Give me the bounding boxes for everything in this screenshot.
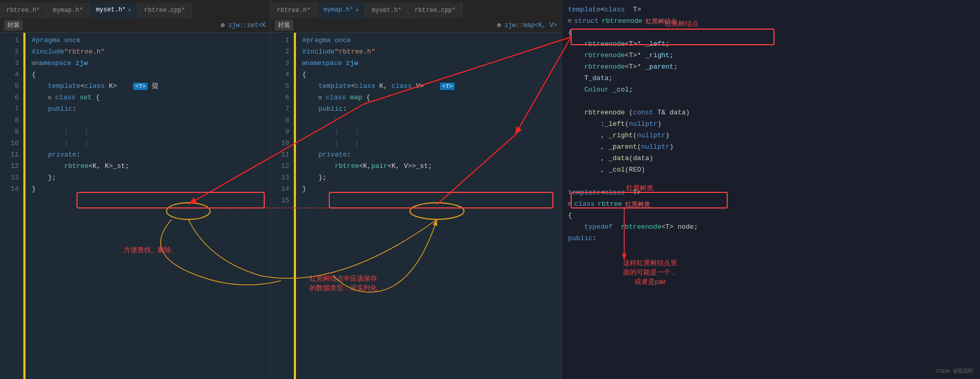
r-line-12: , _right(nullptr)	[568, 130, 974, 141]
left-editor-panel: rbtree.h* mymap.h* myset.h* ✕ rbtree.cpp…	[0, 0, 270, 379]
encap-label-mid: 封装	[275, 20, 293, 31]
mid-code-line-10: | |	[302, 138, 561, 149]
tab-close-mymap[interactable]: ✕	[355, 7, 358, 13]
r-line-6: rbtreenode<T>* _parent;	[568, 61, 974, 73]
code-line-7: public:	[32, 103, 270, 115]
path-mid: ⚙ zjw::map<K, V>	[497, 21, 557, 29]
code-line-1: #pragma once	[32, 35, 270, 46]
mid-code-line-12: rbtree<K,pair<K, V>>_st;	[302, 161, 561, 172]
code-line-13: };	[32, 172, 270, 184]
r-line-8: Colour _col;	[568, 84, 974, 96]
middle-line-numbers: 12345 678910 1112131415	[270, 33, 294, 379]
mid-code-line-5: template<class K, class V> <T>	[302, 81, 561, 92]
r-line-4: rbtreenode<T>* _left;	[568, 38, 974, 50]
tab-mymap-h-left[interactable]: mymap.h*	[47, 3, 90, 18]
left-toolbar: 封装 ⚙ zjw::set<K	[0, 18, 270, 33]
r-line-10: rbtreenode (const T& data)	[568, 107, 974, 119]
mid-code-line-14: }	[302, 184, 561, 195]
csdn-watermark: CSDN @现现旺	[936, 367, 974, 375]
right-editor-panel: template<class T> ⊟struct rbtreenode 红黑树…	[562, 0, 980, 379]
tab-rbtree-cpp-left[interactable]: rbtree.cpp*	[138, 3, 192, 18]
tab-rbtree-h-mid[interactable]: rbtree.h*	[270, 3, 317, 18]
tab-mymap-h-mid[interactable]: mymap.h* ✕	[317, 3, 366, 18]
middle-tab-bar: rbtree.h* mymap.h* ✕ myset.h* rbtree.cpp…	[270, 0, 561, 18]
r-line-21: public:	[568, 233, 974, 244]
code-line-4: {	[32, 69, 270, 81]
r-line-14: , _data(data)	[568, 153, 974, 164]
mid-code-line-1: #pragma once	[302, 35, 561, 46]
mid-code-line-2: #include"rbtree.h"	[302, 46, 561, 58]
mid-code-line-4: {	[302, 69, 561, 81]
encap-label-left: 封装	[4, 20, 23, 31]
r-line-5: rbtreenode<T>* _right;	[568, 50, 974, 61]
code-line-5: template<class K> <T> 提	[32, 81, 270, 92]
rbtreenode-label: 红黑树结点	[646, 16, 677, 27]
mid-code-line-3: ⊟namespace zjw	[302, 58, 561, 69]
mid-code-line-15	[302, 195, 561, 206]
code-line-8	[32, 115, 270, 126]
rbtree-label: 红黑树类	[625, 199, 650, 210]
r-line-7: T_data;	[568, 73, 974, 84]
r-line-19: {	[568, 210, 974, 221]
code-line-3: ⊟namespace zjw	[32, 58, 270, 69]
r-line-2: ⊟struct rbtreenode 红黑树结点	[568, 16, 974, 27]
r-line-1: template<class T>	[568, 4, 974, 16]
r-line-16	[568, 176, 974, 187]
path-left: ⚙ zjw::set<K	[221, 21, 266, 29]
tab-myset-h-mid[interactable]: myset.h*	[365, 3, 408, 18]
r-line-17: template<class T>	[568, 187, 974, 199]
code-line-2: #include"rbtree.h"	[32, 46, 270, 58]
r-line-18: ⊟class rbtree 红黑树类	[568, 199, 974, 210]
r-line-11: :_left(nullptr)	[568, 119, 974, 130]
r-line-13: , _parent(nullptr)	[568, 141, 974, 153]
code-line-12: rbtree<K, K>_st;	[32, 161, 270, 172]
middle-editor-panel: rbtree.h* mymap.h* ✕ myset.h* rbtree.cpp…	[270, 0, 562, 379]
code-line-14: }	[32, 184, 270, 195]
left-line-numbers: 12345 678910 11121314	[0, 33, 23, 379]
tab-rbtree-cpp-mid[interactable]: rbtree.cpp*	[408, 3, 462, 18]
left-code-content: 12345 678910 11121314 #pragma once #incl…	[0, 33, 270, 379]
right-code-content: template<class T> ⊟struct rbtreenode 红黑树…	[562, 0, 980, 249]
left-tab-bar: rbtree.h* mymap.h* myset.h* ✕ rbtree.cpp…	[0, 0, 270, 18]
code-line-6: ⊟ class set {	[32, 92, 270, 103]
r-line-20: typedef rbtreenode<T> node;	[568, 221, 974, 233]
mid-code-line-6: ⊟ class map {	[302, 92, 561, 103]
tab-close-myset[interactable]: ✕	[128, 7, 131, 13]
code-line-9: | |	[32, 126, 270, 138]
code-line-11: private:	[32, 149, 270, 161]
mid-code-line-11: private:	[302, 149, 561, 161]
middle-code-content: 12345 678910 1112131415 #pragma once #in…	[270, 33, 561, 379]
mid-code-line-13: };	[302, 172, 561, 184]
middle-code-area[interactable]: #pragma once #include"rbtree.h" ⊟namespa…	[296, 33, 561, 379]
middle-toolbar: 封装 ⚙ zjw::map<K, V>	[270, 18, 561, 33]
mid-code-line-9: | |	[302, 126, 561, 138]
left-code-area[interactable]: #pragma once #include"rbtree.h" ⊟namespa…	[25, 33, 270, 379]
tab-rbtree-h-left[interactable]: rbtree.h*	[0, 3, 47, 18]
r-line-3: {	[568, 27, 974, 38]
r-line-15: , _col(RED)	[568, 164, 974, 176]
code-line-10: | |	[32, 138, 270, 149]
tab-myset-h-left[interactable]: myset.h* ✕	[89, 3, 138, 18]
mid-code-line-7: public:	[302, 103, 561, 115]
r-line-9	[568, 96, 974, 107]
mid-code-line-8	[302, 115, 561, 126]
